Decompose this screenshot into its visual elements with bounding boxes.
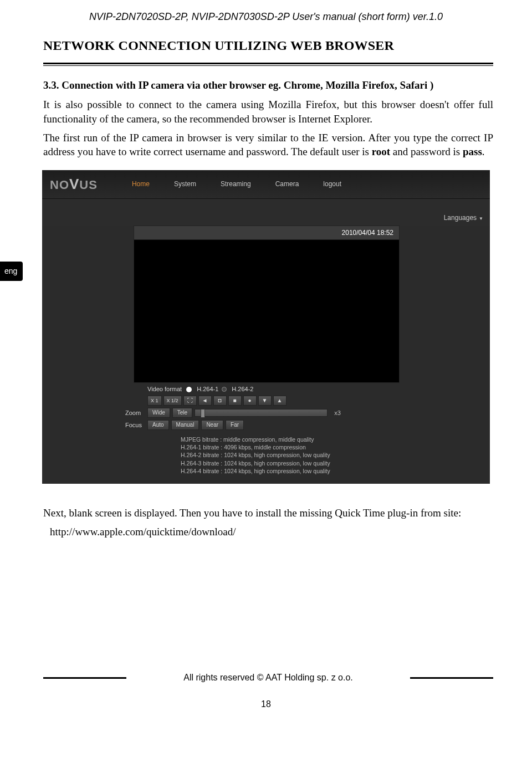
zoom-tele-button[interactable]: Tele xyxy=(172,408,192,418)
up-button[interactable]: ▲ xyxy=(273,396,287,406)
body-paragraph: It is also possible to connect to the ca… xyxy=(43,98,493,126)
bitrate-line: H.264-1 bitrate : 4096 kbps, middle comp… xyxy=(181,443,490,451)
nav-system[interactable]: System xyxy=(162,170,208,198)
footer-rule: All rights reserved © AAT Holding sp. z … xyxy=(43,672,493,684)
down-button[interactable]: ▼ xyxy=(258,396,272,406)
video-format-label: Video format xyxy=(147,385,182,393)
body-text: and password is xyxy=(390,146,463,157)
default-password: pass xyxy=(463,146,482,157)
stop-button[interactable]: ■ xyxy=(228,396,242,406)
logo-text: NO xyxy=(50,178,69,192)
focus-near-button[interactable]: Near xyxy=(201,420,223,430)
slider-thumb-icon[interactable] xyxy=(201,409,205,418)
video-format-option[interactable]: H.264-2 xyxy=(232,385,253,393)
focus-row: Focus Auto Manual Near Far xyxy=(42,419,490,431)
focus-auto-button[interactable]: Auto xyxy=(147,420,169,430)
body-paragraph: The first run of the IP camera in browse… xyxy=(43,131,493,159)
zoom-slider[interactable] xyxy=(195,409,328,417)
section-rule xyxy=(43,63,493,66)
playback-toolbar: X 1 X 1/2 ⛶ ◄ ◘ ■ ● ▼ ▲ xyxy=(42,395,490,407)
zoom-label: Zoom xyxy=(125,409,145,417)
rewind-button[interactable]: ◄ xyxy=(198,396,212,406)
radio-icon[interactable] xyxy=(186,387,192,392)
zoom-x1-button[interactable]: X 1 xyxy=(147,396,162,406)
nav-logout[interactable]: logout xyxy=(311,170,354,198)
zoom-row: Zoom Wide Tele x3 xyxy=(42,407,490,419)
bitrate-line: H.264-2 bitrate : 1024 kbps, high compre… xyxy=(181,451,490,459)
nav-streaming[interactable]: Streaming xyxy=(208,170,263,198)
bitrate-line: MJPEG bitrate : middle compression, midd… xyxy=(181,436,490,443)
top-nav: NOVUS Home System Streaming Camera logou… xyxy=(42,170,490,199)
subsection-title: 3.3. Connection with IP camera via other… xyxy=(43,78,493,93)
footer-bar-right xyxy=(410,677,493,679)
video-panel: 2010/04/04 18:52 xyxy=(42,226,490,383)
page-number: 18 xyxy=(0,687,532,724)
radio-icon[interactable] xyxy=(222,387,227,392)
bitrate-line: H.264-3 bitrate : 1024 kbps, high compre… xyxy=(181,459,490,467)
chevron-down-icon: ▼ xyxy=(479,216,483,221)
languages-label: Languages xyxy=(444,214,477,222)
languages-dropdown[interactable]: Languages▼ xyxy=(42,199,490,226)
body-paragraph: Next, blank screen is displayed. Then yo… xyxy=(43,506,493,520)
video-format-option[interactable]: H.264-1 xyxy=(197,385,218,393)
section-title: NETWORK CONNECTION UTILIZING WEB BROWSER xyxy=(43,37,493,54)
logo-text: V xyxy=(69,176,79,192)
snapshot-button[interactable]: ◘ xyxy=(213,396,227,406)
focus-far-button[interactable]: Far xyxy=(226,420,244,430)
bitrate-info: MJPEG bitrate : middle compression, midd… xyxy=(42,431,490,484)
video-timestamp: 2010/04/04 18:52 xyxy=(134,226,400,240)
default-user: root xyxy=(372,146,390,157)
fullscreen-button[interactable]: ⛶ xyxy=(183,396,197,406)
logo-text: US xyxy=(79,178,98,192)
zoom-wide-button[interactable]: Wide xyxy=(147,408,170,418)
body-text: . xyxy=(482,146,485,157)
footer-copyright: All rights reserved © AAT Holding sp. z … xyxy=(136,672,400,684)
footer-bar-left xyxy=(43,677,126,679)
nav-home[interactable]: Home xyxy=(120,170,162,198)
zoom-x12-button[interactable]: X 1/2 xyxy=(163,396,182,406)
video-format-row: Video format H.264-1 H.264-2 xyxy=(42,383,490,395)
focus-label: Focus xyxy=(125,421,145,429)
language-side-tab: eng xyxy=(0,262,23,281)
zoom-value: x3 xyxy=(334,409,341,417)
video-feed[interactable] xyxy=(134,240,400,383)
novus-logo: NOVUS xyxy=(50,175,120,194)
focus-manual-button[interactable]: Manual xyxy=(171,420,200,430)
nav-camera[interactable]: Camera xyxy=(263,170,311,198)
bitrate-line: H.264-4 bitrate : 1024 kbps, high compre… xyxy=(181,467,490,475)
record-button[interactable]: ● xyxy=(243,396,257,406)
document-header: NVIP-2DN7020SD-2P, NVIP-2DN7030SD-2P Use… xyxy=(0,0,532,32)
quicktime-link: http://www.apple.com/quicktime/download/ xyxy=(43,525,493,539)
camera-ui-screenshot: NOVUS Home System Streaming Camera logou… xyxy=(42,170,490,484)
